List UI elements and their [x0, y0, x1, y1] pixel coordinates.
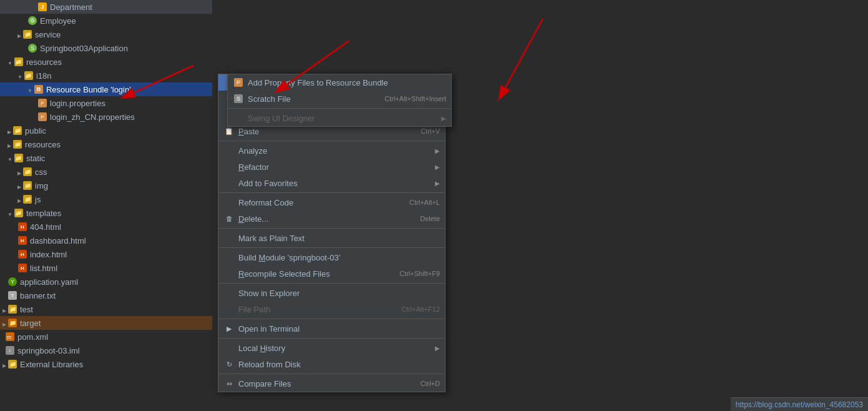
iml-icon: i [5, 345, 15, 355]
tree-label-external-libs: External Libraries [20, 360, 83, 369]
java-icon: J [37, 2, 47, 12]
tree-label-springboot-app: Springboot03Application [40, 44, 128, 53]
tree-item-department[interactable]: J Department [0, 0, 212, 14]
menu-item-open-terminal[interactable]: ▶ Open in Terminal [218, 320, 445, 337]
menu-item-compare-files[interactable]: ⇔ Compare Files Ctrl+D [218, 375, 445, 392]
tree-item-pom-xml[interactable]: m pom.xml [0, 330, 212, 344]
folder-icon-resources2: 📁 [12, 139, 22, 149]
tree-label-index: index.html [30, 250, 67, 259]
submenu-label-add-property-files: Add Property Files to Resource Bundle [248, 78, 388, 87]
tree-item-service[interactable]: 📁 service [0, 27, 212, 41]
tree-item-login-properties[interactable]: P login.properties [0, 96, 212, 110]
tree-item-dashboard[interactable]: H dashboard.html [0, 234, 212, 247]
shortcut-delete: Delete [420, 215, 440, 222]
tree-item-banner-txt[interactable]: T banner.txt [0, 289, 212, 302]
tree-item-employee[interactable]: ⚙ Employee [0, 14, 212, 27]
sep1 [218, 141, 445, 141]
tree-label-dashboard: dashboard.html [30, 236, 86, 245]
tree-item-index[interactable]: H index.html [0, 247, 212, 261]
tree-item-test[interactable]: 📁 test [0, 302, 212, 316]
xml-icon-pom: m [5, 332, 15, 342]
tree-item-templates[interactable]: 📁 templates [0, 206, 212, 220]
menu-item-mark-plain[interactable]: Mark as Plain Text [218, 230, 445, 246]
menu-item-build-module[interactable]: Build Module 'springboot-03' [218, 249, 445, 265]
tree-item-resources[interactable]: 📁 resources [0, 55, 212, 69]
expand-arrow-resources [7, 57, 14, 67]
scratch-file-icon: S [233, 94, 244, 103]
menu-item-reformat[interactable]: Reformat Code Ctrl+Alt+L [218, 194, 445, 210]
menu-item-show-explorer[interactable]: Show in Explorer [218, 285, 445, 301]
submenu-item-add-property-files[interactable]: P Add Property Files to Resource Bundle [228, 74, 451, 91]
menu-item-refactor[interactable]: Refactor ▶ [218, 159, 445, 175]
tree-item-application-yaml[interactable]: Y application.yaml [0, 275, 212, 289]
paste-icon: 📋 [223, 127, 235, 136]
tree-label-404: 404.html [30, 222, 61, 232]
tree-item-public[interactable]: 📁 public [0, 124, 212, 137]
menu-item-add-favorites[interactable]: Add to Favorites ▶ [218, 175, 445, 191]
tree-label-banner-txt: banner.txt [20, 291, 56, 300]
tree-item-list[interactable]: H list.html [0, 261, 212, 275]
tree-item-i18n[interactable]: 📁 i18n [0, 69, 212, 82]
menu-label-mark-plain: Mark as Plain Text [238, 234, 440, 243]
expand-arrow-templates [7, 209, 14, 218]
shortcut-paste: Ctrl+V [421, 127, 440, 135]
tree-item-resource-bundle[interactable]: B Resource Bundle 'login' [0, 82, 212, 96]
tree-item-external-libs[interactable]: 📁 External Libraries [0, 357, 212, 371]
submenu-new[interactable]: P Add Property Files to Resource Bundle … [227, 74, 452, 127]
collapse-arrow-css [17, 167, 22, 177]
tree-item-404[interactable]: H 404.html [0, 220, 212, 234]
collapse-arrow-public [7, 126, 12, 136]
menu-label-analyze: Analyze [238, 146, 432, 156]
tree-label-login-properties: login.properties [50, 99, 105, 108]
tree-item-css[interactable]: 📁 css [0, 165, 212, 179]
sep8 [218, 374, 445, 374]
menu-item-delete[interactable]: 🗑 Delete... Delete [218, 210, 445, 227]
tree-item-img[interactable]: 📁 img [0, 179, 212, 192]
folder-icon-css: 📁 [22, 167, 32, 177]
submenu-item-swing-ui: Swing UI Designer ▶ [228, 110, 451, 126]
menu-item-local-history[interactable]: Local History ▶ [218, 340, 445, 356]
tree-label-resources: resources [26, 57, 62, 67]
svg-line-5 [505, 19, 543, 87]
tree-item-springboot-app[interactable]: S Springboot03Application [0, 41, 212, 55]
folder-icon-resources: 📁 [14, 57, 24, 67]
txt-icon: T [7, 290, 17, 300]
folder-icon-js: 📁 [22, 194, 32, 204]
file-tree[interactable]: J Department ⚙ Employee 📁 service S Spri… [0, 0, 212, 411]
compare-icon: ⇔ [223, 380, 235, 388]
menu-item-recompile[interactable]: Recompile Selected Files Ctrl+Shift+F9 [218, 265, 445, 282]
tree-label-target: target [20, 319, 41, 328]
tree-item-springboot-iml[interactable]: i springboot-03.iml [0, 344, 212, 357]
shortcut-reformat: Ctrl+Alt+L [409, 199, 440, 206]
arrow-favorites: ▶ [435, 180, 440, 187]
tree-label-pom-xml: pom.xml [17, 332, 48, 342]
tree-item-resources2[interactable]: 📁 resources [0, 137, 212, 151]
folder-icon-static: 📁 [14, 153, 24, 163]
menu-label-recompile: Recompile Selected Files [238, 269, 387, 279]
collapse-arrow-test [2, 305, 7, 314]
properties-icon: P [37, 98, 47, 108]
tree-item-static[interactable]: 📁 static [0, 151, 212, 165]
tree-item-login-zh-properties[interactable]: P login_zh_CN.properties [0, 110, 212, 124]
tree-item-js[interactable]: 📁 js [0, 192, 212, 206]
menu-label-build-module: Build Module 'springboot-03' [238, 253, 440, 262]
menu-label-compare-files: Compare Files [238, 379, 408, 389]
menu-label-add-favorites: Add to Favorites [238, 179, 432, 188]
tree-label-service: service [35, 30, 61, 39]
menu-item-analyze[interactable]: Analyze ▶ [218, 142, 445, 159]
menu-label-file-path: File Path [238, 305, 389, 314]
shortcut-recompile: Ctrl+Shift+F9 [399, 270, 440, 277]
menu-label-refactor: Refactor [238, 162, 432, 172]
menu-label-local-history: Local History [238, 344, 432, 353]
folder-icon-img: 📁 [22, 181, 32, 191]
tree-label-resource-bundle: Resource Bundle 'login' [46, 85, 131, 94]
menu-item-reload-disk[interactable]: ↻ Reload from Disk [218, 356, 445, 372]
collapse-arrow-resources2 [7, 140, 12, 149]
menu-label-reload-disk: Reload from Disk [238, 360, 440, 369]
tree-label-css: css [35, 167, 47, 177]
submenu-item-scratch-file[interactable]: S Scratch File Ctrl+Alt+Shift+Insert [228, 91, 451, 107]
tree-item-target[interactable]: 📁 target [0, 316, 212, 330]
shortcut-compare: Ctrl+D [421, 380, 440, 387]
collapse-arrow-service [17, 30, 22, 39]
tree-label-login-zh-properties: login_zh_CN.properties [50, 112, 135, 122]
